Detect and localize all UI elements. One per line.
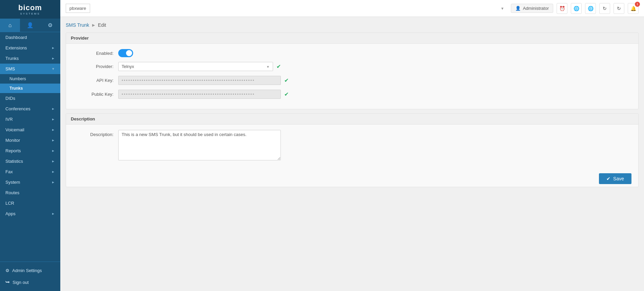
save-label: Save (613, 176, 624, 181)
provider-field-label: Provider: (73, 64, 113, 69)
dids-label: DIDs (5, 96, 15, 101)
description-label: Description: (73, 130, 113, 137)
provider-section-title: Provider (66, 33, 638, 44)
toggle-slider (118, 49, 133, 57)
chevron-right-icon: ► (51, 57, 55, 60)
public-key-label: Public Key: (73, 92, 113, 97)
sidebar-item-apps[interactable]: Apps ► (0, 208, 60, 219)
username-label: Administrator (523, 6, 549, 11)
sidebar-item-trunks[interactable]: Trunks ► (0, 53, 60, 64)
provider-select-wrap: Telnyx Twilio Vonage ▼ (118, 62, 273, 71)
provider-select[interactable]: Telnyx Twilio Vonage (118, 62, 273, 71)
provider-section-body: Enabled: Provider: Telnyx (66, 44, 638, 109)
public-key-input[interactable] (118, 90, 281, 99)
sidebar-item-sms-numbers[interactable]: Numbers (0, 74, 60, 84)
sidebar-item-ivr[interactable]: IVR ► (0, 114, 60, 125)
description-textarea[interactable]: This is a new SMS Trunk, but it should b… (118, 130, 281, 160)
save-check-icon: ✔ (606, 176, 610, 181)
sidebar: bicom SYSTEMS ⌂ 👤 ⚙ Dashboard Extensions… (0, 0, 60, 291)
network-icon-btn[interactable]: 🌐 (585, 3, 596, 14)
chevron-right-icon: ► (51, 170, 55, 174)
sms-numbers-label: Numbers (9, 76, 26, 81)
logo-subtitle: SYSTEMS (18, 12, 42, 15)
sms-trunks-label: Trunks (9, 86, 23, 91)
sidebar-item-reports[interactable]: Reports ► (0, 146, 60, 156)
provider-section: Provider Enabled: Provider: (66, 32, 639, 109)
api-key-check-icon: ✔ (284, 77, 289, 84)
provider-row: Provider: Telnyx Twilio Vonage ▼ ✔ (73, 62, 631, 71)
content-area: SMS Trunk ► Edit Provider Enabled: (60, 17, 644, 291)
sidebar-item-extensions[interactable]: Extensions ► (0, 43, 60, 53)
globe-icon-btn[interactable]: 🌐 (571, 3, 582, 14)
sidebar-bottom: ⚙ Admin Settings ⮩ Sign out (0, 262, 60, 291)
public-key-row: Public Key: ✔ (73, 90, 631, 99)
gear-icon-btn[interactable]: ⚙ (40, 19, 60, 32)
dashboard-label: Dashboard (5, 35, 27, 40)
refresh-icon-btn[interactable]: ↻ (599, 3, 610, 14)
system-label: System (5, 180, 20, 185)
user-icon: 👤 (515, 6, 521, 11)
user-menu[interactable]: 👤 Administrator (511, 4, 553, 13)
ivr-label: IVR (5, 117, 13, 122)
breadcrumb-parent[interactable]: SMS Trunk (66, 22, 89, 28)
reload-icon-btn[interactable]: ↻ (614, 3, 624, 14)
admin-settings-button[interactable]: ⚙ Admin Settings (0, 265, 60, 276)
nav-items: Dashboard Extensions ► Trunks ► SMS ▼ Nu… (0, 32, 60, 262)
admin-settings-label: Admin Settings (12, 268, 42, 273)
sidebar-item-sms-trunks[interactable]: Trunks (0, 84, 60, 93)
topbar: pbxware ▼ 👤 Administrator ⏰ 🌐 🌐 ↻ ↻ 🔔 1 (60, 0, 644, 17)
sidebar-item-conferences[interactable]: Conferences ► (0, 104, 60, 114)
statistics-label: Statistics (5, 159, 23, 164)
breadcrumb-current: Edit (98, 22, 106, 28)
notifications-btn[interactable]: 🔔 1 (628, 3, 639, 14)
sign-out-label: Sign out (13, 280, 29, 285)
chevron-right-icon: ► (51, 138, 55, 142)
gear-icon: ⚙ (5, 268, 9, 273)
sidebar-item-monitor[interactable]: Monitor ► (0, 135, 60, 146)
sidebar-item-fax[interactable]: Fax ► (0, 166, 60, 177)
breadcrumb-separator: ► (91, 22, 96, 28)
api-key-label: API Key: (73, 78, 113, 83)
sidebar-item-routes[interactable]: Routes (0, 187, 60, 198)
sidebar-item-statistics[interactable]: Statistics ► (0, 156, 60, 166)
sms-label: SMS (5, 66, 15, 71)
chevron-down-icon: ▼ (51, 67, 55, 71)
description-section-title: Description (66, 114, 638, 125)
chevron-right-icon: ► (51, 46, 55, 50)
description-section-body: Description: This is a new SMS Trunk, bu… (66, 125, 638, 171)
sign-out-button[interactable]: ⮩ Sign out (0, 276, 60, 288)
save-bar: ✔ Save (66, 171, 638, 187)
home-icon-btn[interactable]: ⌂ (0, 19, 20, 32)
enabled-toggle[interactable] (118, 49, 133, 57)
sidebar-item-sms[interactable]: SMS ▼ (0, 64, 60, 74)
enabled-label: Enabled: (73, 51, 113, 56)
enabled-toggle-wrap (118, 49, 133, 57)
chevron-right-icon: ► (51, 149, 55, 153)
sidebar-item-lcr[interactable]: LCR (0, 198, 60, 208)
user-icon-btn[interactable]: 👤 (20, 19, 40, 32)
sidebar-item-dashboard[interactable]: Dashboard (0, 32, 60, 43)
provider-select-wrapper: Telnyx Twilio Vonage ▼ ✔ (118, 62, 281, 71)
sidebar-item-dids[interactable]: DIDs (0, 93, 60, 104)
main-area: pbxware ▼ 👤 Administrator ⏰ 🌐 🌐 ↻ ↻ 🔔 1 … (60, 0, 644, 291)
fax-label: Fax (5, 169, 13, 174)
monitor-label: Monitor (5, 138, 20, 143)
save-button[interactable]: ✔ Save (599, 173, 631, 184)
sidebar-item-voicemail[interactable]: Voicemail ► (0, 125, 60, 135)
clock-icon-btn[interactable]: ⏰ (557, 3, 567, 14)
reports-label: Reports (5, 148, 21, 153)
trunks-label: Trunks (5, 56, 19, 61)
sidebar-item-system[interactable]: System ► (0, 177, 60, 187)
routes-label: Routes (5, 190, 19, 195)
chevron-right-icon: ► (51, 128, 55, 132)
apps-label: Apps (5, 211, 16, 216)
provider-check-icon: ✔ (276, 63, 281, 70)
extensions-label: Extensions (5, 45, 27, 50)
breadcrumb: SMS Trunk ► Edit (66, 22, 639, 28)
api-key-input[interactable] (118, 76, 281, 85)
chevron-right-icon: ► (51, 107, 55, 111)
chevron-right-icon: ► (51, 212, 55, 216)
chevron-right-icon: ► (51, 117, 55, 121)
instance-selector[interactable]: pbxware (66, 4, 90, 13)
logo: bicom SYSTEMS (0, 0, 60, 19)
